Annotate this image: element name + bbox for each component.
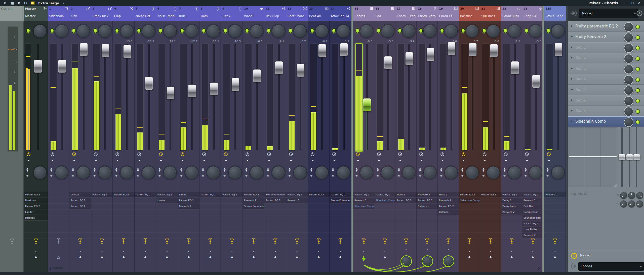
stereo-sep-knob[interactable] <box>164 166 177 179</box>
send-switch[interactable]: ▲ <box>459 255 480 259</box>
stereo-separation-icon[interactable]: ▲▼ <box>525 167 527 172</box>
send-switch[interactable]: ▲ <box>113 255 134 259</box>
latency-clock-icon[interactable] <box>504 152 508 156</box>
track-header[interactable]: 13 Beat All <box>308 6 330 21</box>
stereo-separation-icon[interactable]: ▲▼ <box>419 167 421 172</box>
track-header[interactable]: Master Master <box>24 6 48 21</box>
send-switch-small[interactable]: ▲ <box>308 250 330 253</box>
send-switch-small[interactable]: ▲ <box>353 250 374 253</box>
audio-input-icon[interactable] <box>78 238 83 244</box>
insert-slot-plugin[interactable]: Param. EQ 2 <box>308 192 330 197</box>
insert-slot-plugin[interactable]: Param. EQ 2 <box>135 192 156 197</box>
mute-led[interactable] <box>398 28 402 33</box>
slot-mix-knob[interactable] <box>624 75 633 85</box>
fader-track[interactable] <box>557 44 559 150</box>
insert-slot-plugin[interactable]: Reeverb 2 <box>501 209 522 215</box>
mute-led[interactable] <box>158 28 163 33</box>
stereo-separation-icon[interactable]: ▲▼ <box>224 167 226 172</box>
pan-lr-icon[interactable]: ◄► <box>376 174 380 177</box>
slot-mix-knob[interactable] <box>624 86 633 95</box>
record-arm-dot[interactable] <box>247 160 248 161</box>
latency-clock-icon[interactable] <box>180 152 185 156</box>
volume-fader[interactable] <box>532 75 540 88</box>
slot-enable-led[interactable] <box>635 109 640 114</box>
record-arm-dot[interactable] <box>117 160 118 161</box>
insert-slot-plugin[interactable]: Compressor <box>522 209 543 215</box>
insert-slot-plugin[interactable]: Reeverb 2 <box>522 198 543 203</box>
insert-slot-plugin[interactable]: Balance <box>24 215 48 221</box>
send-switch-small[interactable]: ▲ <box>522 250 543 253</box>
track-header[interactable]: 7 Ride <box>178 6 199 21</box>
stereo-separation-icon[interactable]: ▲▼ <box>137 167 139 172</box>
stereo-sep-knob[interactable] <box>551 166 565 179</box>
insert-slot-plugin[interactable]: Param. EQ 2 <box>417 198 438 203</box>
stereo-sep-knob[interactable] <box>185 166 198 179</box>
insert-slot-plugin[interactable]: Param. EQ 2 <box>69 198 91 203</box>
send-switch[interactable]: ▲ <box>501 255 522 259</box>
audio-input-icon[interactable] <box>143 238 148 244</box>
effect-slot[interactable]: ▶ Fruity parametric EQ 2 <box>568 21 644 32</box>
insert-slot-plugin[interactable]: Reeverb 2 <box>417 192 438 197</box>
pan-knob[interactable] <box>466 25 479 38</box>
record-arm-dot[interactable] <box>225 160 227 161</box>
pan-lr-icon[interactable]: ◄► <box>397 174 401 177</box>
time-clock-icon[interactable] <box>571 253 577 259</box>
stereo-separation-icon[interactable]: ▲▼ <box>180 167 182 172</box>
pan-lr-icon[interactable]: ◄► <box>71 174 75 177</box>
audio-input-icon[interactable] <box>467 238 472 244</box>
insert-slot-plugin[interactable]: Fast Dist <box>522 203 543 209</box>
mute-led[interactable] <box>26 28 30 33</box>
send-switch-small[interactable]: ▲ <box>178 250 199 253</box>
fader-track[interactable] <box>148 44 150 150</box>
pan-knob[interactable] <box>228 25 242 38</box>
slot-mix-knob[interactable] <box>624 96 633 106</box>
audio-input-icon[interactable] <box>316 238 321 244</box>
mixer-view-size-label[interactable]: Extra large <box>38 1 59 5</box>
volume-fader[interactable] <box>340 43 348 56</box>
pan-lr-icon[interactable]: ◄► <box>136 174 140 177</box>
record-arm-dot[interactable] <box>290 160 292 161</box>
send-switch[interactable]: ▲ <box>330 255 351 259</box>
stereo-sep-knob[interactable] <box>120 166 133 179</box>
audio-input-icon[interactable] <box>165 238 169 244</box>
insert-slot-plugin[interactable]: Param. EQ 2 <box>156 192 178 197</box>
volume-fader[interactable] <box>363 98 371 111</box>
pan-lr-icon[interactable]: ◄► <box>266 174 270 177</box>
mute-led[interactable] <box>137 28 141 33</box>
send-switch-small[interactable]: ▲ <box>113 250 134 253</box>
insert-slot-plugin[interactable]: Mute 2 <box>438 192 459 197</box>
mute-led[interactable] <box>419 28 423 33</box>
volume-fader[interactable] <box>58 60 66 73</box>
spinner-tool-icon[interactable] <box>17 1 22 5</box>
send-switch-small[interactable]: ▲ <box>544 250 566 253</box>
track-header[interactable]: 11 Rev Clap <box>264 6 286 21</box>
track-header[interactable]: 125 Rever..Send <box>544 6 566 21</box>
send-switch[interactable]: ▲ <box>374 255 395 259</box>
slot-mix-knob[interactable] <box>624 43 633 53</box>
send-switch[interactable]: ▲ <box>48 255 69 259</box>
effect-slot[interactable]: ▶ Slot 8 <box>568 95 644 106</box>
record-arm-dot[interactable] <box>378 160 380 161</box>
stereo-separation-icon[interactable]: ▲▼ <box>356 167 358 172</box>
slot-enable-led[interactable] <box>635 35 640 40</box>
audio-input-icon[interactable] <box>383 238 387 244</box>
track-header[interactable]: 14 Attac..ap 14 <box>330 6 351 21</box>
pan-knob[interactable] <box>250 25 263 38</box>
send-switch-small[interactable]: ▲ <box>221 250 243 253</box>
pan-lr-icon[interactable]: ◄► <box>439 174 443 177</box>
slot-mix-knob[interactable] <box>624 22 633 32</box>
insert-slot-plugin[interactable]: Param. EQ 2 <box>459 192 480 197</box>
sidechain-source-arrow-icon[interactable] <box>362 256 366 261</box>
volume-fader[interactable] <box>275 61 283 74</box>
record-arm-dot[interactable] <box>548 160 550 161</box>
track-header[interactable]: 15 Chords <box>353 6 374 21</box>
send-switch[interactable]: ▲ <box>544 255 566 259</box>
mute-led[interactable] <box>72 28 76 33</box>
stereo-separation-icon[interactable]: ▲▼ <box>94 167 96 172</box>
eq-freq-knob-3[interactable] <box>636 200 643 208</box>
slot-mix-knob[interactable] <box>624 33 633 42</box>
send-switch-small[interactable]: ▲ <box>480 250 501 253</box>
pan-knob[interactable] <box>551 25 565 38</box>
latency-clock-icon[interactable] <box>356 152 360 156</box>
audio-input-icon[interactable] <box>488 238 493 244</box>
